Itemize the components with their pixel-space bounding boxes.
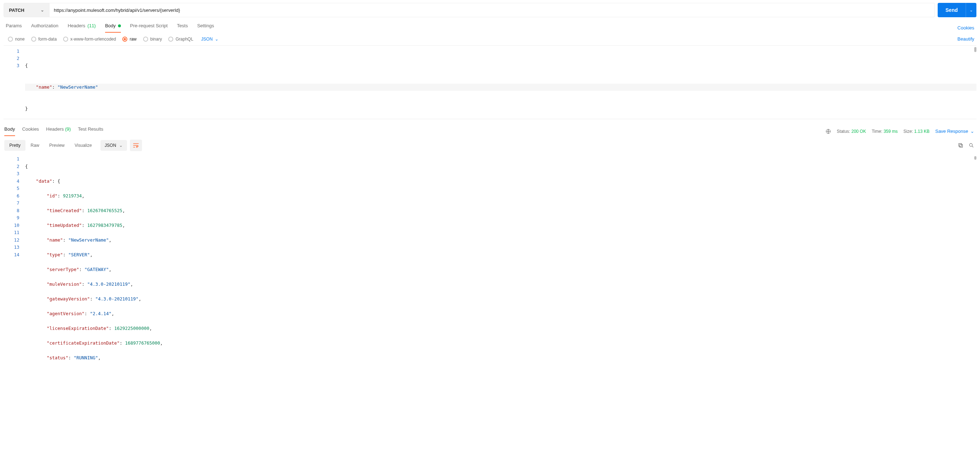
code-token: "4.3.0-20210119" <box>87 281 130 287</box>
chevron-down-icon: ⌄ <box>970 8 973 13</box>
copy-icon[interactable] <box>958 142 964 148</box>
request-bar: PATCH ⌄ Send ⌄ <box>3 3 977 17</box>
url-input[interactable] <box>49 3 935 17</box>
response-code[interactable]: { "data": { "id": 9219734, "timeCreated"… <box>25 155 977 385</box>
code-token: 1626704765525 <box>87 208 123 213</box>
code-token: "GATEWAY" <box>85 267 109 272</box>
search-icon[interactable] <box>969 142 974 148</box>
view-raw[interactable]: Raw <box>25 140 44 151</box>
line-wrap-button[interactable] <box>130 140 142 151</box>
body-type-graphql[interactable]: GraphQL <box>168 37 193 42</box>
chevron-down-icon: ⌄ <box>119 143 123 148</box>
tab-headers-label: Headers <box>68 23 85 28</box>
code-token: "status" <box>47 355 68 360</box>
scrollbar-indicator <box>974 156 977 160</box>
code-token: , <box>109 267 111 272</box>
code-token: "name" <box>47 237 63 243</box>
code-token: 9219734 <box>63 193 82 198</box>
code-token: , <box>90 252 93 257</box>
beautify-link[interactable]: Beautify <box>958 36 974 42</box>
request-body-editor[interactable]: 123 { "name": "NewServerName" } <box>3 46 977 119</box>
radio-label: raw <box>129 37 136 42</box>
tab-authorization[interactable]: Authorization <box>31 23 59 33</box>
code-token: : { <box>52 179 60 184</box>
view-pills: Pretty Raw Preview Visualize <box>4 140 97 151</box>
request-tabs: Params Authorization Headers (11) Body P… <box>6 23 214 33</box>
svg-point-3 <box>970 144 972 147</box>
response-gutter: 1234567891011121314 <box>3 155 25 385</box>
body-modified-dot-icon <box>118 24 121 27</box>
resp-tab-body[interactable]: Body <box>4 126 15 136</box>
response-body-editor[interactable]: 1234567891011121314 { "data": { "id": 92… <box>3 155 977 385</box>
body-type-x-www[interactable]: x-www-form-urlencoded <box>63 37 116 42</box>
code-token: "RUNNING" <box>74 355 98 360</box>
response-right-tools <box>958 142 974 148</box>
view-pretty[interactable]: Pretty <box>4 140 25 151</box>
code-token: , <box>111 311 115 316</box>
code-token: "type" <box>47 252 63 257</box>
code-token: , <box>98 355 101 360</box>
radio-label: x-www-form-urlencoded <box>70 37 116 42</box>
code-token: "name" <box>36 85 52 90</box>
tab-body[interactable]: Body <box>105 23 121 33</box>
code-token: 1627983479785 <box>87 222 123 228</box>
http-method-value: PATCH <box>9 8 24 13</box>
response-view-controls: Pretty Raw Preview Visualize JSON ⌄ <box>4 140 142 151</box>
code-token: , <box>160 340 163 346</box>
body-type-binary[interactable]: binary <box>143 37 162 42</box>
code-token: , <box>109 237 111 243</box>
radio-label: binary <box>150 37 162 42</box>
body-language-value: JSON <box>201 37 213 42</box>
code-token: "timeUpdated" <box>47 222 82 228</box>
tab-params[interactable]: Params <box>6 23 22 33</box>
code-token: "agentVersion" <box>47 311 84 316</box>
radio-label: form-data <box>38 37 57 42</box>
body-type-row: none form-data x-www-form-urlencoded raw… <box>3 33 977 46</box>
body-type-none[interactable]: none <box>8 37 25 42</box>
svg-rect-2 <box>959 144 962 147</box>
code-token: , <box>123 208 125 213</box>
code-token: , <box>82 193 85 198</box>
request-gutter: 123 <box>3 46 25 119</box>
response-language-value: JSON <box>105 143 116 148</box>
radio-icon <box>31 37 36 42</box>
tab-headers-count: (11) <box>88 23 96 28</box>
http-method-select[interactable]: PATCH ⌄ <box>3 3 49 17</box>
view-preview[interactable]: Preview <box>44 140 70 151</box>
radio-label: none <box>15 37 25 42</box>
code-token: { <box>25 63 28 68</box>
code-token: , <box>130 281 134 287</box>
radio-label: GraphQL <box>175 37 193 42</box>
radio-icon <box>63 37 68 42</box>
code-token: "id" <box>47 193 57 198</box>
code-token: : <box>52 85 57 90</box>
radio-icon <box>143 37 148 42</box>
chevron-down-icon: ⌄ <box>41 8 44 13</box>
code-token: 1629225000000 <box>114 326 149 331</box>
code-token: "certificateExpirationDate" <box>47 340 119 346</box>
send-button-group: Send ⌄ <box>938 3 977 17</box>
tab-headers[interactable]: Headers (11) <box>68 23 96 33</box>
view-visualize[interactable]: Visualize <box>70 140 97 151</box>
code-token: "timeCreated" <box>47 208 82 213</box>
code-token: 1689776765000 <box>125 340 160 346</box>
code-token: "NewServerName" <box>68 237 109 243</box>
body-type-raw[interactable]: raw <box>123 37 136 42</box>
send-button[interactable]: Send <box>938 3 966 17</box>
code-token: "data" <box>36 179 52 184</box>
body-type-form-data[interactable]: form-data <box>31 37 57 42</box>
tab-tests[interactable]: Tests <box>177 23 188 33</box>
send-button-dropdown[interactable]: ⌄ <box>966 3 977 17</box>
request-code[interactable]: { "name": "NewServerName" } <box>25 46 977 119</box>
response-language-select[interactable]: JSON ⌄ <box>100 140 127 151</box>
code-token: , <box>123 222 125 228</box>
code-token: "NewServerName" <box>57 85 98 90</box>
tab-prerequest[interactable]: Pre-request Script <box>130 23 168 33</box>
cookies-link[interactable]: Cookies <box>958 25 974 30</box>
response-toolbar: Pretty Raw Preview Visualize JSON ⌄ <box>3 136 977 155</box>
request-tabs-row: Params Authorization Headers (11) Body P… <box>3 18 977 33</box>
code-token: "SERVER" <box>68 252 90 257</box>
body-language-select[interactable]: JSON ⌄ <box>201 37 218 42</box>
radio-icon <box>123 37 127 42</box>
tab-settings[interactable]: Settings <box>197 23 214 33</box>
